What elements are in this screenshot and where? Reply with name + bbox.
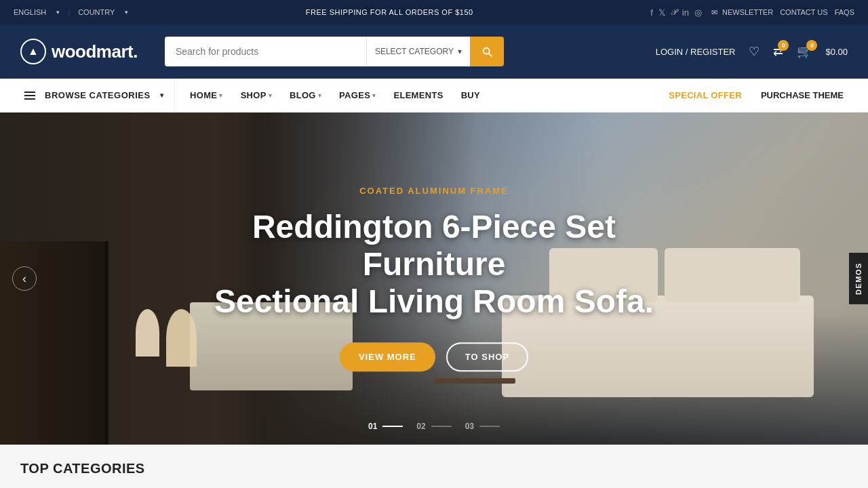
to-shop-button[interactable]: TO SHOP bbox=[446, 342, 528, 371]
facebook-icon[interactable]: f bbox=[650, 7, 653, 18]
cart-badge: 0 bbox=[806, 40, 817, 51]
social-icons: f 𝕏 𝒫 in ◎ bbox=[650, 7, 702, 18]
hero-sofa-back-right bbox=[665, 248, 800, 302]
language-selector[interactable]: ENGLISH bbox=[14, 8, 46, 16]
hero-buttons: VIEW MORE TO SHOP bbox=[197, 342, 671, 371]
pages-arrow: ▾ bbox=[372, 92, 376, 99]
faqs-link[interactable]: FAQS bbox=[835, 8, 854, 16]
browse-categories-label: BROWSE CATEGORIES bbox=[45, 90, 151, 100]
category-label: SELECT CATEGORY bbox=[375, 47, 454, 56]
nav-blog[interactable]: BLOG ▾ bbox=[281, 79, 330, 113]
nav-home[interactable]: HOME ▾ bbox=[182, 79, 231, 113]
hero-candle-2 bbox=[166, 309, 197, 367]
top-categories-title: TOP CATEGORIES bbox=[20, 461, 848, 476]
slide-indicator-2[interactable]: 02 bbox=[416, 422, 451, 431]
top-bar: ENGLISH ▾ | COUNTRY ▾ FREE SHIPPING FOR … bbox=[0, 0, 868, 24]
browse-categories-btn[interactable]: BROWSE CATEGORIES ▾ bbox=[14, 79, 175, 112]
newsletter-icon: ✉ bbox=[711, 8, 717, 16]
slide-line-1 bbox=[382, 426, 403, 427]
linkedin-icon[interactable]: in bbox=[682, 7, 689, 18]
top-bar-right: f 𝕏 𝒫 in ◎ ✉ NEWSLETTER CONTACT US FAQS bbox=[650, 7, 854, 18]
compare-icon[interactable]: ⇄ 0 bbox=[773, 44, 783, 59]
special-offer-link[interactable]: SPECIAL OFFER bbox=[660, 79, 750, 113]
search-input[interactable] bbox=[165, 37, 366, 66]
nav-elements[interactable]: ELEMENTS bbox=[385, 79, 451, 113]
hamburger-icon bbox=[24, 92, 35, 100]
twitter-icon[interactable]: 𝕏 bbox=[658, 7, 665, 18]
navbar: BROWSE CATEGORIES ▾ HOME ▾ SHOP ▾ BLOG ▾… bbox=[0, 79, 868, 113]
top-links: ✉ NEWSLETTER CONTACT US FAQS bbox=[711, 8, 854, 17]
header-actions: LOGIN / REGISTER ♡ ⇄ 0 🛒 0 $0.00 bbox=[656, 44, 848, 59]
top-bar-left: ENGLISH ▾ | COUNTRY ▾ bbox=[14, 8, 128, 16]
view-more-button[interactable]: VIEW MORE bbox=[340, 342, 435, 371]
category-dropdown[interactable]: SELECT CATEGORY ▾ bbox=[366, 37, 470, 66]
search-icon bbox=[481, 45, 493, 58]
hero-subtitle: COATED ALUMINUM FRAME bbox=[197, 186, 671, 196]
pinterest-icon[interactable]: 𝒫 bbox=[671, 7, 677, 18]
hero-title: Reddington 6-Piece Set FurnitureSectiona… bbox=[197, 208, 671, 321]
cart-total[interactable]: $0.00 bbox=[825, 47, 848, 57]
other-social-icon[interactable]: ◎ bbox=[694, 7, 702, 18]
nav-buy[interactable]: BUY bbox=[453, 79, 488, 113]
contact-link[interactable]: CONTACT US bbox=[780, 8, 828, 16]
blog-arrow: ▾ bbox=[318, 92, 321, 99]
header: woodmart. SELECT CATEGORY ▾ LOGIN / REGI… bbox=[0, 24, 868, 79]
hero-table-top bbox=[434, 378, 515, 384]
shop-arrow: ▾ bbox=[269, 92, 272, 99]
hero-candle-1 bbox=[136, 309, 159, 357]
country-selector[interactable]: COUNTRY bbox=[78, 8, 115, 16]
logo-icon bbox=[20, 39, 46, 64]
login-register-link[interactable]: LOGIN / REGISTER bbox=[656, 47, 736, 57]
wishlist-icon[interactable]: ♡ bbox=[749, 44, 760, 59]
purchase-theme-link[interactable]: PURCHASE THEME bbox=[750, 90, 854, 100]
slide-line-2 bbox=[431, 426, 452, 427]
newsletter-link[interactable]: ✉ NEWSLETTER bbox=[711, 8, 773, 17]
dropdown-arrow-lang: ▾ bbox=[56, 9, 60, 16]
hero-content: COATED ALUMINUM FRAME Reddington 6-Piece… bbox=[197, 186, 671, 371]
home-arrow: ▾ bbox=[219, 92, 222, 99]
nav-links: HOME ▾ SHOP ▾ BLOG ▾ PAGES ▾ ELEMENTS BU… bbox=[175, 79, 488, 113]
nav-right: SPECIAL OFFER PURCHASE THEME bbox=[660, 79, 854, 113]
nav-shop[interactable]: SHOP ▾ bbox=[233, 79, 280, 113]
slide-indicators: 01 02 03 bbox=[368, 422, 500, 431]
search-button[interactable] bbox=[470, 37, 504, 66]
dropdown-arrow-country: ▾ bbox=[125, 9, 128, 16]
hero-section: ‹ COATED ALUMINUM FRAME Reddington 6-Pie… bbox=[0, 113, 868, 445]
search-bar: SELECT CATEGORY ▾ bbox=[165, 37, 504, 66]
category-arrow: ▾ bbox=[458, 47, 462, 56]
slide-indicator-1[interactable]: 01 bbox=[368, 422, 403, 431]
browse-arrow: ▾ bbox=[160, 92, 164, 99]
prev-slide-button[interactable]: ‹ bbox=[12, 266, 37, 291]
logo-text: woodmart. bbox=[52, 41, 138, 62]
logo[interactable]: woodmart. bbox=[20, 39, 138, 64]
top-categories-section: TOP CATEGORIES bbox=[0, 445, 868, 483]
slide-line-3 bbox=[479, 426, 500, 427]
nav-pages[interactable]: PAGES ▾ bbox=[331, 79, 384, 113]
compare-badge: 0 bbox=[778, 40, 789, 51]
demos-tab[interactable]: DEMOS bbox=[849, 253, 868, 304]
slide-indicator-3[interactable]: 03 bbox=[465, 422, 500, 431]
hero-wall-edge bbox=[105, 241, 108, 445]
shipping-notice: FREE SHIPPING FOR ALL ORDERS OF $150 bbox=[306, 8, 473, 16]
cart-icon[interactable]: 🛒 0 bbox=[797, 44, 812, 59]
